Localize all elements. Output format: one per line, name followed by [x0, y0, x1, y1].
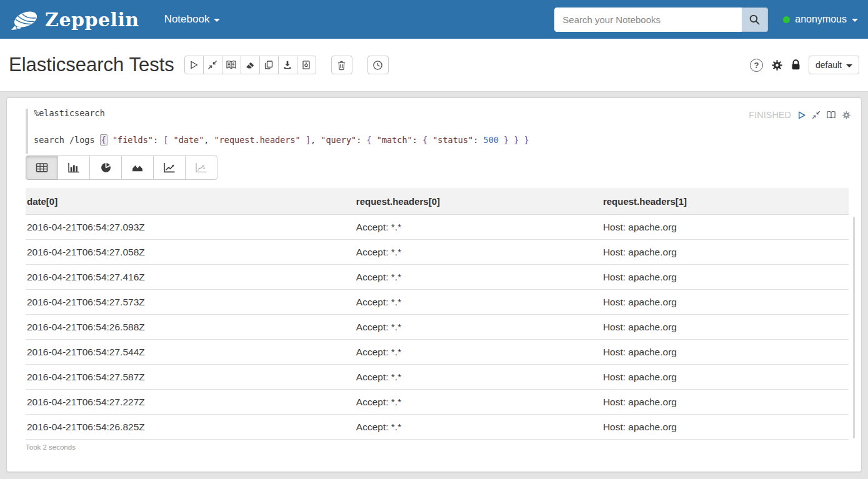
bar-chart-icon: [67, 162, 80, 173]
brand-title: Zeppelin: [45, 9, 139, 31]
table-cell: Host: apache.org: [602, 340, 849, 365]
run-paragraph-button[interactable]: [797, 111, 806, 120]
viz-area-chart-button[interactable]: [121, 156, 154, 180]
table-cell: 2016-04-21T06:54:26.588Z: [26, 315, 355, 340]
paragraph-panel: %elasticsearch search /logs { "fields": …: [6, 97, 862, 472]
table-icon: [36, 162, 48, 173]
table-cell: Accept: *.*: [355, 290, 602, 315]
table-header-row: date[0] request.headers[0] request.heade…: [26, 188, 849, 215]
page-title[interactable]: Elasticsearch Tests: [9, 54, 174, 76]
table-cell: Host: apache.org: [602, 290, 849, 315]
table-cell: Accept: *.*: [355, 340, 602, 365]
table-cell: 2016-04-21T06:54:27.227Z: [26, 390, 355, 415]
table-cell: Accept: *.*: [355, 315, 602, 340]
table-cell: Accept: *.*: [355, 415, 602, 440]
table-cell: 2016-04-21T06:54:27.573Z: [26, 290, 355, 315]
table-cell: Accept: *.*: [355, 240, 602, 265]
table-row: 2016-04-21T06:54:27.227ZAccept: *.*Host:…: [26, 390, 849, 415]
table-row: 2016-04-21T06:54:27.058ZAccept: *.*Host:…: [26, 240, 849, 265]
play-icon: [189, 60, 199, 70]
question-icon: ?: [754, 61, 759, 70]
table-cell: 2016-04-21T06:54:27.093Z: [26, 215, 355, 240]
viz-bar-chart-button[interactable]: [57, 156, 90, 180]
column-header-request-headers-0[interactable]: request.headers[0]: [355, 188, 602, 215]
show-editor-button[interactable]: [826, 111, 836, 119]
lock-icon: [791, 59, 801, 71]
note-config-button[interactable]: [771, 59, 783, 71]
scheduler-button[interactable]: [367, 56, 389, 74]
zeppelin-logo-icon: [10, 7, 41, 32]
export-note-button[interactable]: [278, 56, 297, 74]
table-cell: 2016-04-21T06:54:27.544Z: [26, 340, 355, 365]
result-table: date[0] request.headers[0] request.heade…: [26, 188, 849, 440]
user-menu[interactable]: anonymous: [783, 14, 858, 25]
table-cell: Accept: *.*: [355, 365, 602, 390]
help-button[interactable]: ?: [750, 59, 763, 72]
table-row: 2016-04-21T06:54:27.587ZAccept: *.*Host:…: [26, 365, 849, 390]
table-row: 2016-04-21T06:54:27.416ZAccept: *.*Host:…: [26, 265, 849, 290]
user-status-dot: [783, 16, 790, 23]
table-cell: Host: apache.org: [602, 390, 849, 415]
book-icon: [226, 60, 237, 70]
notebook-menu[interactable]: Notebook: [164, 13, 221, 26]
compress-arrows-icon: [207, 60, 217, 70]
note-permissions-button[interactable]: [791, 59, 801, 71]
clear-output-button[interactable]: [241, 56, 260, 74]
table-row: 2016-04-21T06:54:27.544ZAccept: *.*Host:…: [26, 340, 849, 365]
code-editor[interactable]: %elasticsearch search /logs { "fields": …: [26, 108, 749, 145]
table-cell: Accept: *.*: [355, 390, 602, 415]
column-header-request-headers-1[interactable]: request.headers[1]: [602, 188, 849, 215]
table-cell: Host: apache.org: [602, 365, 849, 390]
user-name: anonymous: [795, 14, 847, 25]
execution-time: Took 2 seconds: [26, 443, 861, 451]
clock-icon: [372, 60, 383, 71]
remove-note-button[interactable]: [331, 56, 352, 74]
trash-icon: [337, 60, 346, 71]
table-cell: Host: apache.org: [602, 415, 849, 440]
table-row: 2016-04-21T06:54:26.825ZAccept: *.*Host:…: [26, 415, 849, 440]
note-toolbar: [184, 56, 316, 74]
navbar: Zeppelin Notebook anonymous: [0, 0, 868, 39]
gear-icon: [771, 59, 783, 71]
table-cell: 2016-04-21T06:54:27.416Z: [26, 265, 355, 290]
search-input[interactable]: [554, 7, 742, 32]
editor-gutter: [26, 109, 28, 154]
scatter-chart-icon: [195, 162, 207, 173]
notebook-search: [554, 7, 768, 32]
collapse-paragraph-button[interactable]: [812, 111, 821, 119]
clone-icon: [264, 60, 274, 70]
table-row: 2016-04-21T06:54:27.573ZAccept: *.*Host:…: [26, 290, 849, 315]
search-button[interactable]: [742, 7, 768, 32]
viz-table-button[interactable]: [26, 156, 58, 180]
revision-dropdown[interactable]: default: [809, 56, 859, 74]
line-chart-icon: [163, 162, 176, 173]
book-icon: [826, 111, 836, 119]
gear-outline-icon: [842, 111, 851, 120]
run-all-button[interactable]: [184, 56, 204, 74]
query-code-line: search /logs { "fields": [ "date", "requ…: [34, 135, 749, 145]
show-output-button[interactable]: [222, 56, 241, 74]
viz-scatter-chart-button[interactable]: [185, 156, 217, 180]
chevron-down-icon: [852, 19, 858, 22]
viz-pie-chart-button[interactable]: [89, 156, 122, 180]
table-cell: Accept: *.*: [355, 215, 602, 240]
zeppelin-brand[interactable]: Zeppelin: [10, 7, 139, 32]
table-scrollbar[interactable]: [853, 217, 855, 438]
column-header-date[interactable]: date[0]: [26, 188, 355, 215]
table-cell: 2016-04-21T06:54:27.058Z: [26, 240, 355, 265]
table-cell: Host: apache.org: [602, 315, 849, 340]
eraser-icon: [245, 60, 255, 70]
paragraph-settings-button[interactable]: [842, 111, 851, 120]
viz-line-chart-button[interactable]: [153, 156, 186, 180]
pie-chart-icon: [100, 162, 112, 173]
collapse-code-button[interactable]: [203, 56, 222, 74]
search-icon: [749, 14, 761, 26]
table-row: 2016-04-21T06:54:27.093ZAccept: *.*Host:…: [26, 215, 849, 240]
note-content: %elasticsearch search /logs { "fields": …: [0, 92, 868, 478]
compress-arrows-icon: [812, 111, 821, 119]
clone-note-button[interactable]: [259, 56, 279, 74]
table-cell: Host: apache.org: [602, 240, 849, 265]
commit-note-button[interactable]: [297, 56, 316, 74]
area-chart-icon: [131, 162, 144, 173]
table-cell: Accept: *.*: [355, 265, 602, 290]
